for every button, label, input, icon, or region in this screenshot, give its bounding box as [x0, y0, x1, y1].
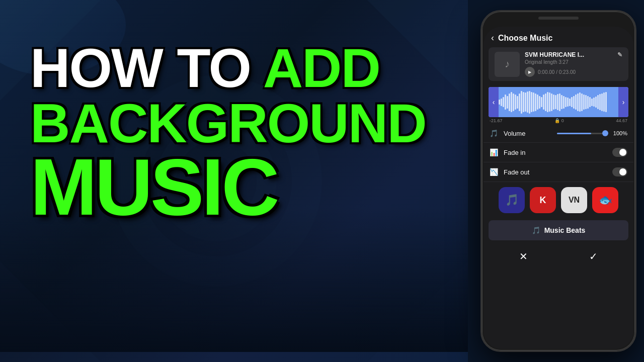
volume-percentage: 100%: [610, 130, 627, 136]
phone-notch: [538, 17, 579, 20]
app-icons-row: 🎵 K VN 🐟: [484, 182, 633, 218]
waveform-label-left: -21.67: [490, 118, 503, 123]
waveform-nav-right[interactable]: ›: [618, 87, 628, 117]
track-controls: ▶ 0:00.00 / 0:23.00: [525, 67, 622, 77]
volume-icon: 🎵: [490, 129, 500, 137]
volume-slider-thumb[interactable]: [602, 130, 608, 136]
waveform-labels: -21.67 🔒 0 44.67: [489, 117, 628, 124]
waveform-container: ‹ › -21.67 🔒 0 44.67: [489, 87, 628, 124]
waveform-label-right: 44.67: [616, 118, 627, 123]
waveform-label-mid: 🔒 0: [554, 118, 564, 123]
how-to-text-white: HOW TO: [30, 37, 263, 99]
back-button[interactable]: ‹: [491, 33, 494, 43]
phone-body: ‹ Choose Music ♪ SVM HURRICANE I... ✎ Or…: [480, 10, 636, 352]
volume-control-row: 🎵 Volume 100%: [484, 124, 633, 143]
fade-in-icon: 📊: [490, 148, 500, 156]
fade-out-label: Fade out: [504, 168, 612, 176]
track-details: SVM HURRICANE I... ✎ Original length 3:2…: [525, 51, 622, 77]
waveform-nav-left[interactable]: ‹: [489, 87, 499, 117]
track-name-row: SVM HURRICANE I... ✎: [525, 51, 622, 58]
track-original-length: Original length 3:27: [525, 59, 622, 65]
fade-in-toggle-knob: [619, 149, 626, 156]
hero-text-container: HOW TO ADD BACKGROUND MUSIC: [30, 40, 443, 223]
header-title: Choose Music: [498, 34, 552, 43]
time-display: 0:00.00 / 0:23.00: [538, 69, 576, 75]
volume-slider[interactable]: [557, 133, 606, 134]
track-thumbnail: ♪: [495, 52, 520, 77]
music-text: MUSIC: [30, 151, 443, 223]
app-icon-kinemaster[interactable]: K: [530, 187, 556, 213]
app-header: ‹ Choose Music: [484, 27, 633, 47]
app-icon-music[interactable]: 🎵: [499, 187, 525, 213]
cancel-button[interactable]: ✕: [515, 247, 533, 265]
confirm-button[interactable]: ✓: [585, 247, 603, 265]
how-to-add-text: HOW TO ADD: [30, 40, 443, 96]
track-title: SVM HURRICANE I...: [525, 51, 584, 58]
fade-out-toggle[interactable]: [612, 167, 627, 176]
waveform-bar[interactable]: ‹ ›: [489, 87, 628, 117]
fade-out-row: 📉 Fade out: [484, 162, 633, 182]
music-beats-label: Music Beats: [544, 226, 586, 234]
svg-marker-2: [0, 261, 101, 362]
phone-screen: ‹ Choose Music ♪ SVM HURRICANE I... ✎ Or…: [484, 27, 633, 349]
svg-marker-3: [367, 261, 468, 362]
app-icon-vn[interactable]: VN: [561, 187, 587, 213]
fade-in-row: 📊 Fade in: [484, 143, 633, 162]
edit-icon[interactable]: ✎: [617, 51, 622, 58]
bottom-action-bar: ✕ ✓: [484, 242, 633, 270]
track-info: ♪ SVM HURRICANE I... ✎ Original length 3…: [489, 47, 628, 81]
music-beats-button[interactable]: 🎵 Music Beats: [489, 220, 628, 240]
play-button[interactable]: ▶: [525, 67, 535, 77]
fade-out-icon: 📉: [490, 168, 500, 176]
waveform-visual: [499, 92, 618, 112]
music-beats-icon: 🎵: [532, 226, 540, 234]
fade-out-toggle-knob: [619, 168, 626, 175]
volume-label: Volume: [504, 130, 553, 137]
fade-in-label: Fade in: [504, 149, 612, 156]
add-text-green: ADD: [263, 37, 380, 99]
app-icon-fish[interactable]: 🐟: [592, 187, 618, 213]
phone-mockup: ‹ Choose Music ♪ SVM HURRICANE I... ✎ Or…: [480, 10, 636, 352]
fade-in-toggle[interactable]: [612, 148, 627, 157]
volume-slider-fill: [557, 133, 591, 134]
music-note-icon: ♪: [505, 58, 510, 70]
